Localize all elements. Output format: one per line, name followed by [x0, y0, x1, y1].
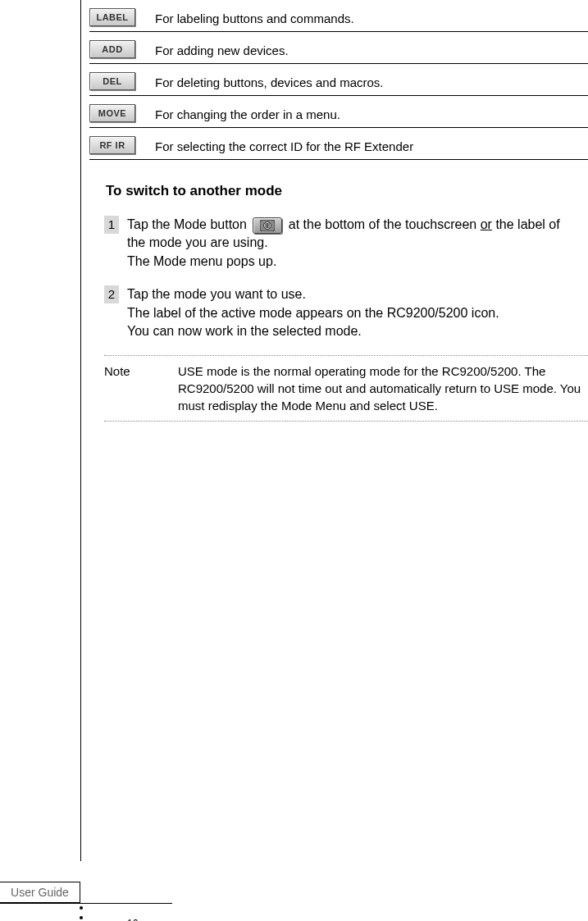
mode-row-label: LABEL For labeling buttons and commands. [89, 0, 588, 32]
rfir-mode-button[interactable]: RF IR [89, 136, 135, 154]
step-2: 2 Tap the mode you want to use. The labe… [104, 285, 588, 340]
del-mode-desc: For deleting buttons, devices and macros… [155, 75, 383, 90]
add-mode-button[interactable]: ADD [89, 40, 135, 58]
page-number: 16 [127, 918, 138, 921]
move-mode-button[interactable]: MOVE [89, 104, 135, 122]
step-1-line2: The Mode menu pops up. [127, 254, 276, 268]
mode-row-move: MOVE For changing the order in a menu. [89, 96, 588, 128]
del-mode-button[interactable]: DEL [89, 72, 135, 90]
step-1-pre: Tap the Mode button [127, 217, 250, 231]
user-guide-tab: User Guide [0, 882, 80, 903]
rfir-mode-desc: For selecting the correct ID for the RF … [155, 139, 413, 154]
step-2-text: Tap the mode you want to use. The label … [127, 285, 588, 340]
add-mode-desc: For adding new devices. [155, 43, 289, 58]
mode-button-icon[interactable] [253, 217, 282, 234]
section-title: To switch to another mode [106, 183, 588, 199]
step-1-number: 1 [104, 216, 119, 234]
mode-row-del: DEL For deleting buttons, devices and ma… [89, 64, 588, 96]
mode-row-rfir: RF IR For selecting the correct ID for t… [89, 128, 588, 160]
move-mode-desc: For changing the order in a menu. [155, 107, 340, 122]
footer-dots-icon [80, 906, 83, 921]
note-text: USE mode is the normal operating mode fo… [178, 362, 583, 414]
step-1: 1 Tap the Mode button at the bottom of t… [104, 216, 588, 271]
label-mode-desc: For labeling buttons and commands. [155, 11, 354, 26]
note-block: Note USE mode is the normal operating mo… [104, 355, 588, 422]
mode-row-add: ADD For adding new devices. [89, 32, 588, 64]
step-2-line2: The label of the active mode appears on … [127, 306, 499, 320]
footer-rule [0, 903, 172, 904]
step-1-or: or [481, 217, 492, 231]
step-1-text: Tap the Mode button at the bottom of the… [127, 216, 588, 271]
step-2-number: 2 [104, 285, 119, 303]
step-2-line3: You can now work in the selected mode. [127, 324, 362, 338]
step-2-line1: Tap the mode you want to use. [127, 287, 306, 301]
page-content: LABEL For labeling buttons and commands.… [80, 0, 588, 861]
label-mode-button[interactable]: LABEL [89, 8, 135, 26]
note-label: Note [104, 362, 178, 414]
step-1-post-a: at the bottom of the touchscreen [289, 217, 481, 231]
